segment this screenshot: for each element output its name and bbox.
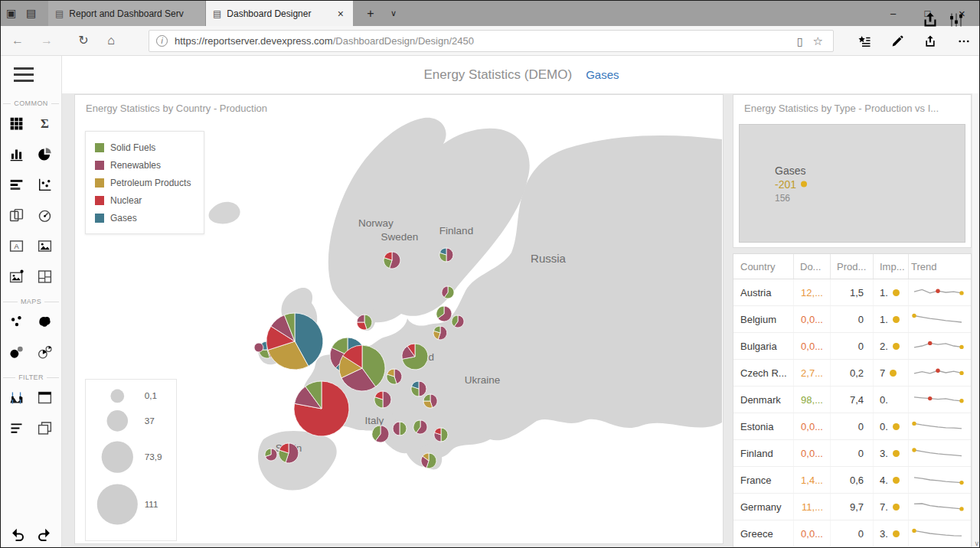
table-row[interactable]: Greece0,0...03. [733,520,971,547]
table-row[interactable]: Czech R...2,7...0,27 [733,360,971,387]
undo-icon[interactable] [10,526,27,543]
redo-icon[interactable] [35,526,52,543]
map-pie[interactable] [374,391,391,408]
legend-item: Solid Fuels [95,139,194,156]
toolbox-item-geo-point-map[interactable] [2,306,31,337]
kpi-dot-icon [893,343,900,350]
map-pie[interactable] [434,428,448,442]
back-icon[interactable]: ← [8,33,27,48]
chart-dashboard-item[interactable]: Energy Statistics by Type - Production v… [733,94,972,248]
table-row[interactable]: Bulgaria0,0...02. [733,333,971,360]
map-pie[interactable] [266,313,323,370]
reading-view-icon[interactable]: ▯ [797,35,803,47]
toolbox-item-tab-container[interactable] [31,413,59,443]
toolbox-item-grid[interactable] [2,108,31,139]
map-pie[interactable] [357,315,372,330]
table-row[interactable]: France1,4...0,64. [733,467,971,494]
toolbox-item-image[interactable] [31,230,59,261]
cell-import: 3. [873,520,908,546]
tab-close-icon[interactable]: × [335,8,346,20]
map-pie[interactable] [452,315,464,328]
map-pie[interactable] [411,381,426,396]
parameter-link-gases[interactable]: Gases [586,68,619,81]
table-row[interactable]: Estonia0,0...00. [733,413,971,440]
trend-marker-yellow [912,529,916,533]
grid-column-header[interactable]: Prod... [830,254,873,279]
map-pie[interactable] [439,248,453,262]
menu-hamburger-icon[interactable] [14,67,34,82]
home-icon[interactable]: ⌂ [102,33,120,48]
info-icon[interactable]: i [156,35,168,47]
toolbox-item-bound-image[interactable] [2,261,31,292]
favorite-star-icon[interactable]: ☆ [813,34,823,48]
grid-column-header[interactable]: Country [733,254,793,279]
refresh-icon[interactable]: ↻ [74,33,93,48]
grid-dashboard-item[interactable]: CountryDo...Prod...Imp...Trend Austria12… [733,253,972,548]
map-pie[interactable] [433,326,447,340]
trend-sparkline [911,443,965,463]
more-options-icon[interactable] [953,31,974,51]
chart-plot-area[interactable]: Gases -201 156 [739,124,965,243]
toolbox-item-pivot[interactable] [31,108,59,139]
map-pie[interactable] [339,345,385,391]
map-pie[interactable] [254,343,263,352]
cell-domestic: 98,... [793,387,830,413]
map-pie[interactable] [279,443,299,463]
map-pie[interactable] [413,420,427,434]
map-pie[interactable] [384,252,400,269]
map-dashboard-item[interactable]: NorwaySwedenFinlandRussiaPolandUkraineIt… [74,94,724,544]
export-icon[interactable] [921,11,939,29]
url-text[interactable]: https://reportserver.devexpress.com/Dash… [175,35,797,47]
map-pie[interactable] [436,306,452,321]
map-pie[interactable] [387,369,402,384]
grid-column-header[interactable]: Trend [908,254,969,279]
toolbox-item-gauges[interactable] [2,169,31,200]
toolbox-item-choropleth-map[interactable] [31,306,59,337]
map-pie[interactable] [265,449,277,461]
scroll-down-chevron-icon[interactable]: ∨ [974,540,979,547]
table-row[interactable]: Denmark98,...7,40. [733,387,971,413]
toolbox-item-chart[interactable] [2,139,31,169]
toolbox-item-bubble-map[interactable] [2,337,31,367]
table-row[interactable]: Finland0,0...03. [733,440,971,467]
table-row[interactable]: Belgium0,0...01. [733,306,971,333]
toolbox-item-group-item[interactable] [31,382,59,413]
browser-tab-dashboard-designer[interactable]: ▤ Dashboard Designer × [206,1,353,26]
toolbox-item-scatter-chart[interactable] [31,169,59,200]
web-note-pen-icon[interactable] [887,31,907,51]
gauges-icon [8,177,24,193]
toolbox-item-cards[interactable] [2,200,31,230]
map-pie[interactable] [402,344,428,370]
favorites-hub-icon[interactable] [854,31,874,51]
map-pie[interactable] [372,426,389,442]
forward-icon[interactable]: → [38,33,56,48]
toolbox-item-text-box[interactable] [2,230,31,261]
toolbox-item-circular-gauge[interactable] [31,200,59,230]
toolbox-item-treemap[interactable] [31,261,59,292]
map-pie[interactable] [294,381,349,436]
series-name: Gases [775,164,807,176]
tab-list-chevron-icon[interactable]: ∨ [384,1,403,26]
minimize-button[interactable]: – [876,1,910,26]
map-pie[interactable] [442,286,454,298]
share-icon[interactable] [920,31,940,51]
tab-preview-icon[interactable]: ▣ [6,7,16,19]
kpi-dot-icon [801,181,807,187]
toolbox-item-range-filter[interactable] [2,382,31,413]
address-bar[interactable]: i https://reportserver.devexpress.com/Da… [149,30,834,52]
toolbox-item-pie-map[interactable] [31,337,59,367]
notebook-icon[interactable]: ▤ [26,7,36,19]
table-row[interactable]: Austria12,...1,51. [733,279,971,306]
grid-column-header[interactable]: Do... [793,254,830,279]
new-tab-button[interactable]: + [361,1,381,26]
grid-column-header[interactable]: Imp... [873,254,908,279]
table-row[interactable]: Germany11,...9,77. [733,494,971,520]
cell-domestic: 1,4... [793,467,830,493]
map-pie[interactable] [423,394,437,408]
toolbox-item-pies[interactable] [31,139,59,169]
map-pie[interactable] [421,453,436,468]
parameters-sliders-icon[interactable] [947,11,965,29]
browser-tab-report-server[interactable]: ▤ Report and Dashboard Serv [48,1,206,26]
toolbox-item-filter-elements[interactable] [2,413,31,443]
map-pie[interactable] [393,422,407,435]
